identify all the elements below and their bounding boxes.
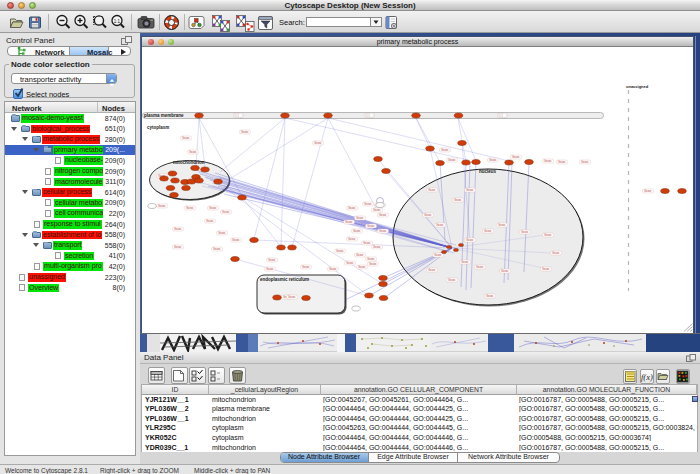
svg-text:unassigned: unassigned: [626, 84, 649, 89]
svg-text:Gxxxx: Gxxxx: [644, 189, 652, 193]
svg-text:Gxxxx: Gxxxx: [345, 220, 353, 224]
svg-text:Gxxxx: Gxxxx: [364, 202, 372, 206]
svg-text:Gxxxx: Gxxxx: [367, 224, 375, 228]
svg-text:1:1: 1:1: [114, 19, 121, 24]
svg-text:Gxxxx: Gxxxx: [461, 260, 469, 264]
svg-text:Gxxxx: Gxxxx: [542, 267, 550, 271]
svg-text:Gxxxx: Gxxxx: [213, 247, 221, 251]
svg-text:Gxxxx: Gxxxx: [424, 213, 432, 217]
svg-text:Gxxxx: Gxxxx: [241, 130, 249, 134]
svg-text:Gxxxx: Gxxxx: [232, 238, 240, 242]
svg-text:Gxxxx: Gxxxx: [182, 136, 190, 140]
svg-text:Gxxxx: Gxxxx: [544, 159, 552, 163]
svg-text:Gxxxx: Gxxxx: [314, 141, 322, 145]
svg-text:Gxxxx: Gxxxx: [218, 231, 226, 235]
svg-text:Gxxxx: Gxxxx: [329, 267, 337, 271]
svg-text:Gxxxx: Gxxxx: [348, 206, 356, 210]
svg-text:Gxxxx: Gxxxx: [552, 251, 560, 255]
svg-text:Gxxxx: Gxxxx: [544, 233, 552, 237]
svg-text:Search:: Search:: [279, 18, 305, 27]
svg-text:Gxxxx: Gxxxx: [336, 249, 344, 253]
svg-text:mitochondrion: mitochondrion: [173, 160, 205, 165]
svg-text:Gxxxx: Gxxxx: [348, 237, 356, 241]
svg-text:Gxxxx: Gxxxx: [174, 227, 182, 231]
svg-text:Gxxxx: Gxxxx: [486, 294, 494, 298]
svg-text:Gxxxx: Gxxxx: [302, 265, 310, 269]
svg-text:Gxxxx: Gxxxx: [466, 188, 474, 192]
svg-text:[..]: [..]: [500, 113, 503, 117]
svg-text:Gxxxx: Gxxxx: [346, 261, 354, 265]
svg-text:Gxxxx: Gxxxx: [367, 257, 375, 261]
svg-text:Gxxxx: Gxxxx: [448, 278, 456, 282]
svg-text:Gxxxx: Gxxxx: [353, 229, 361, 233]
svg-text:Gxxxx: Gxxxx: [358, 265, 366, 269]
svg-text:Gxxxx: Gxxxx: [174, 245, 182, 249]
svg-text:Gxxxx: Gxxxx: [288, 295, 296, 299]
svg-text:endoplasmic reticulum: endoplasmic reticulum: [260, 277, 309, 282]
svg-text:Gxxxx: Gxxxx: [356, 253, 364, 257]
svg-text:Gxxxx: Gxxxx: [512, 155, 520, 159]
svg-text:Gxxxx: Gxxxx: [428, 268, 436, 272]
svg-text:Gxxxx: Gxxxx: [434, 253, 442, 257]
svg-text:Gxxxx: Gxxxx: [379, 213, 387, 217]
svg-text:cytoplasm: cytoplasm: [147, 125, 169, 130]
svg-text:Gxxxx: Gxxxx: [581, 160, 589, 164]
svg-text:Gxxxx: Gxxxx: [356, 216, 364, 220]
svg-text:Gxxxx: Gxxxx: [498, 223, 506, 227]
svg-text:Gxxxx: Gxxxx: [369, 262, 377, 266]
svg-text:Gxxxx: Gxxxx: [189, 150, 197, 154]
svg-text:Gxxxx: Gxxxx: [373, 245, 381, 249]
svg-text:Gxxxx: Gxxxx: [379, 229, 387, 233]
svg-text:[..]: [..]: [367, 113, 370, 117]
svg-text:f(x): f(x): [641, 372, 653, 382]
svg-text:Gxxxx: Gxxxx: [489, 158, 497, 162]
svg-text:Gxxxx: Gxxxx: [373, 208, 381, 212]
svg-text:Gxxxx: Gxxxx: [428, 188, 436, 192]
svg-text:Gxxxx: Gxxxx: [448, 158, 456, 162]
svg-text:nucleus: nucleus: [479, 169, 497, 174]
svg-text:Gxxxx: Gxxxx: [222, 210, 230, 214]
svg-text:Gxxxx: Gxxxx: [558, 160, 566, 164]
svg-text:Gxxxx: Gxxxx: [206, 219, 214, 223]
svg-text:Gxxxx: Gxxxx: [363, 241, 371, 245]
svg-text:[..]: [..]: [236, 113, 239, 117]
svg-text:Gxxxx: Gxxxx: [436, 223, 444, 227]
svg-text:Gxxxx: Gxxxx: [454, 198, 462, 202]
svg-text:Gxxxx: Gxxxx: [266, 267, 274, 271]
svg-text:Gxxxx: Gxxxx: [186, 206, 194, 210]
svg-text:plasma membrane: plasma membrane: [144, 113, 184, 118]
svg-text:Gxxxx: Gxxxx: [209, 206, 217, 210]
svg-text:Gxxxx: Gxxxx: [466, 238, 474, 242]
svg-text:Gxxxx: Gxxxx: [441, 148, 449, 152]
svg-text:Gxxxx: Gxxxx: [476, 265, 484, 269]
svg-text:Gxxxx: Gxxxx: [521, 230, 529, 234]
svg-text:Gxxxx: Gxxxx: [158, 204, 166, 208]
svg-text:Gxxxx: Gxxxx: [268, 258, 276, 262]
svg-text:Gxxxx: Gxxxx: [484, 229, 492, 233]
svg-text:Gxxxx: Gxxxx: [501, 269, 509, 273]
